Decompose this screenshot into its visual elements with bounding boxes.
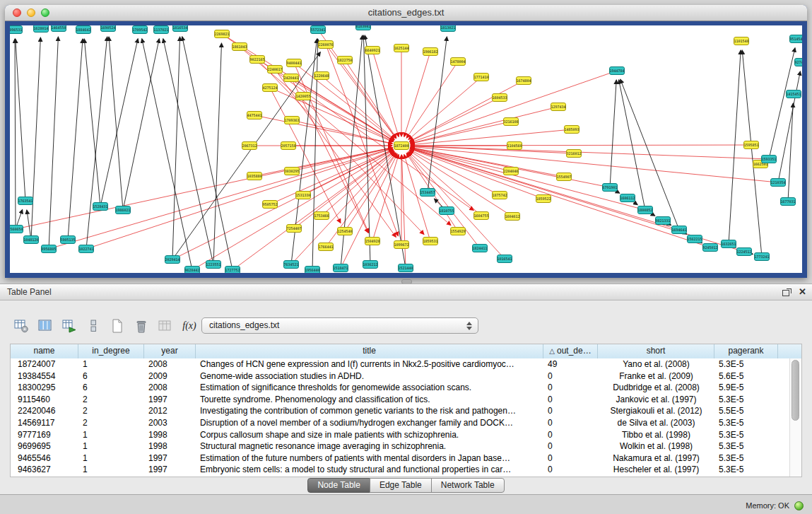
table-row[interactable]: 1830029562008Estimation of significance … [11, 382, 790, 394]
graph-node[interactable]: 1254540 [337, 228, 352, 235]
graph-node[interactable]: 1606112 [620, 194, 635, 202]
graph-node[interactable]: 1763541 [18, 197, 33, 205]
graph-node[interactable]: 1504928 [365, 238, 379, 245]
graph-node[interactable]: 1420055 [295, 93, 310, 100]
graph-node[interactable]: 1595851 [743, 141, 758, 149]
graph-node[interactable]: 1478004 [450, 58, 465, 66]
graph-node[interactable]: 4275124 [262, 84, 277, 92]
graph-node[interactable]: 1709363 [284, 117, 299, 124]
disabled-table-icon[interactable] [157, 317, 174, 334]
new-table-icon[interactable] [109, 317, 126, 334]
graph-node[interactable]: 8956805 [41, 245, 56, 253]
graph-node[interactable]: 7254407 [286, 225, 301, 233]
graph-node[interactable]: 2029414 [165, 256, 180, 264]
graph-node[interactable]: 1099672 [394, 241, 408, 249]
graph-node[interactable]: 2420441 [283, 74, 298, 82]
graph-node[interactable]: 1554907 [556, 173, 571, 181]
graph-node[interactable]: 2204046 [503, 168, 518, 175]
graph-node[interactable]: 1016541 [497, 255, 512, 263]
table-vertical-scrollbar[interactable] [789, 358, 801, 477]
graph-node[interactable]: 1415451 [786, 90, 801, 98]
graph-node[interactable]: 4475441 [247, 112, 261, 119]
table-settings-icon[interactable] [13, 317, 30, 334]
graph-node[interactable]: 1625144 [394, 45, 408, 52]
function-builder-button[interactable]: f(x) [181, 317, 198, 334]
graph-node[interactable]: 1944784 [609, 67, 624, 75]
graph-node[interactable]: 6640921 [365, 47, 379, 54]
graph-node[interactable]: 1859522 [536, 195, 551, 203]
graph-node[interactable]: 9821331 [655, 217, 670, 225]
table-row[interactable]: 911546021997Tourette syndrome. Phenomeno… [11, 394, 790, 406]
graph-node[interactable]: 1224512 [736, 248, 751, 256]
graph-node[interactable]: 1861043 [232, 43, 247, 51]
graph-node[interactable]: 1223551 [206, 261, 220, 269]
graph-node[interactable]: 1528431 [93, 203, 107, 211]
table-row[interactable]: 969969511998Structural magnetic resonanc… [11, 440, 790, 452]
graph-node[interactable]: 1022741 [78, 245, 93, 253]
graph-node[interactable]: 1822750 [337, 57, 352, 64]
graph-node[interactable]: 1813021 [440, 25, 455, 32]
column-header-year[interactable]: year [144, 344, 196, 358]
table-row[interactable]: 1456911722003Disruption of a novel membe… [11, 417, 790, 429]
graph-node[interactable]: 1709542 [132, 26, 147, 34]
graph-node[interactable]: 9505752 [262, 201, 277, 209]
import-table-icon[interactable] [61, 317, 78, 334]
graph-node[interactable]: 1104560 [507, 142, 522, 150]
graph-node[interactable]: 1884642 [76, 26, 90, 34]
graph-node[interactable]: 1753466 [314, 212, 329, 220]
graph-node[interactable]: 1810755 [439, 207, 454, 215]
graph-node[interactable]: 1554929 [450, 228, 465, 235]
graph-node[interactable]: 6791901 [602, 184, 617, 192]
graph-node[interactable]: 1674804 [516, 77, 531, 85]
network-table-selector[interactable]: citations_edges.txt [201, 317, 478, 334]
graph-node[interactable]: 1824411 [472, 245, 487, 252]
graph-node[interactable]: 1036212 [363, 261, 377, 269]
graph-node[interactable]: 1518471 [333, 264, 348, 272]
graph-node[interactable]: 1690524 [100, 25, 115, 32]
column-header-out_de[interactable]: △out_de… [543, 344, 598, 358]
graph-node[interactable]: 1727752 [225, 267, 240, 274]
graph-node[interactable]: 9022165 [249, 56, 264, 64]
graph-node[interactable]: 2260076 [318, 41, 333, 49]
graph-node[interactable]: 1297434 [551, 103, 565, 111]
graph-node[interactable]: 1562215 [687, 235, 702, 243]
graph-node[interactable]: 1766441 [318, 243, 333, 251]
graph-node[interactable]: 2067312 [242, 142, 257, 150]
graph-node[interactable]: 1210354 [770, 179, 785, 187]
graph-node[interactable]: 1531330 [295, 192, 310, 199]
network-canvas[interactable]: 1872400162514419061821478004177141016045… [10, 25, 802, 273]
column-header-name[interactable]: name [11, 344, 78, 358]
graph-node[interactable]: 3030295 [284, 168, 299, 175]
graph-node[interactable]: 1096531 [10, 26, 23, 34]
delete-table-icon[interactable] [133, 317, 150, 334]
tab-node-table[interactable]: Node Table [307, 478, 370, 493]
graph-node[interactable]: 1816534 [172, 25, 187, 32]
column-header-short[interactable]: short [598, 344, 714, 358]
graph-node[interactable]: 1694641 [671, 226, 686, 234]
graph-node[interactable]: 3216108 [503, 118, 518, 126]
graph-node[interactable]: 1035880 [247, 173, 261, 180]
graph-node[interactable]: 1632651 [721, 240, 736, 248]
tab-network-table[interactable]: Network Table [431, 478, 505, 493]
graph-node[interactable]: 1101548 [734, 37, 748, 45]
graph-node[interactable]: 9628442 [184, 267, 199, 274]
graph-node[interactable]: 1464550 [51, 25, 66, 32]
table-row[interactable]: 977716911998Corpus callosum shape and si… [11, 429, 790, 441]
graph-node[interactable]: 1771410 [473, 74, 488, 81]
window-titlebar[interactable]: citations_edges.txt [5, 5, 807, 21]
graph-node[interactable]: 1859531 [423, 238, 437, 245]
graph-node[interactable]: 9400441 [286, 59, 301, 67]
column-header-pagerank[interactable]: pagerank [714, 344, 778, 358]
graph-node[interactable]: 9514541 [789, 35, 802, 43]
table-row[interactable]: 2242004622012Investigating the contribut… [11, 405, 790, 417]
table-row[interactable]: 946554611997Estimation of the future num… [11, 452, 790, 465]
graph-node[interactable]: 8183041 [355, 25, 370, 30]
graph-node[interactable]: 1534457 [420, 189, 435, 197]
graph-node[interactable]: 1604755 [473, 212, 488, 220]
show-columns-icon[interactable] [37, 317, 54, 334]
graph-node[interactable]: 5905135 [60, 236, 75, 244]
scrollbar-thumb[interactable] [792, 360, 799, 421]
graph-node[interactable]: 2057158 [281, 142, 295, 150]
graph-node[interactable]: 2240617 [267, 66, 282, 74]
graph-node[interactable]: 9245012 [702, 244, 717, 252]
